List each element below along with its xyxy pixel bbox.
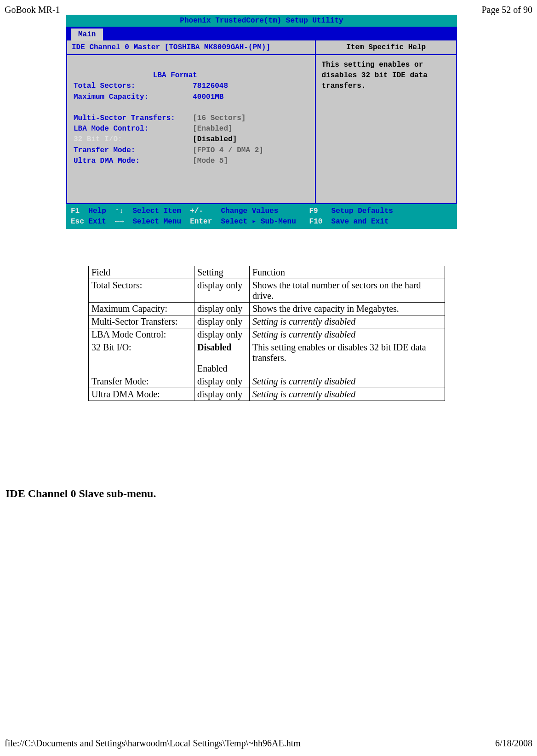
row-32bit: 32 Bit I/O: [Disabled] [74, 134, 237, 145]
bios-screenshot: Phoenix TrustedCore(tm) Setup Utility Ma… [66, 15, 457, 229]
page-header: GoBook MR-1 Page 52 of 90 [5, 5, 532, 15]
bios-title: Phoenix TrustedCore(tm) Setup Utility [66, 15, 457, 27]
table-row: Total Sectors: display only Shows the to… [89, 279, 445, 303]
lba-heading: LBA Format [74, 71, 197, 80]
table-row: Ultra DMA Mode: display only Setting is … [89, 388, 445, 401]
bios-help-title: Item Specific Help [316, 40, 456, 55]
row-lba: LBA Mode Control: [Enabled] [74, 125, 233, 133]
table-row: LBA Mode Control: display only Setting i… [89, 328, 445, 341]
row-transfer: Transfer Mode: [FPIO 4 / DMA 2] [74, 146, 263, 155]
bios-body: LBA Format Total Sectors: 78126048 Maxim… [67, 55, 315, 203]
bios-subheader: IDE Channel 0 Master [TOSHIBA MK8009GAH-… [67, 40, 315, 55]
section-heading: IDE Channel 0 Slave sub-menu. [6, 487, 156, 500]
th-field: Field [89, 266, 194, 279]
page-number: Page 52 of 90 [481, 5, 532, 15]
page-footer: file://C:\Documents and Settings\harwood… [5, 738, 532, 749]
bios-help-body: This setting enables or disables 32 bit … [316, 55, 456, 97]
row-ultra: Ultra DMA Mode: [Mode 5] [74, 157, 228, 165]
th-setting: Setting [194, 266, 250, 279]
row-mst: Multi-Sector Transfers: [16 Sectors] [74, 114, 246, 122]
th-function: Function [250, 266, 445, 279]
bios-content: IDE Channel 0 Master [TOSHIBA MK8009GAH-… [66, 40, 457, 204]
bios-menu-bar: Main [66, 27, 457, 40]
row-max-capacity: Maximum Capacity: 40001MB [74, 93, 223, 101]
doc-title: GoBook MR-1 [5, 5, 60, 15]
field-description-table: Field Setting Function Total Sectors: di… [88, 266, 445, 401]
table-header-row: Field Setting Function [89, 266, 445, 279]
bios-main-panel: IDE Channel 0 Master [TOSHIBA MK8009GAH-… [67, 40, 316, 203]
table-row: 32 Bit I/O: DisabledEnabled This setting… [89, 341, 445, 375]
file-path: file://C:\Documents and Settings\harwood… [5, 738, 301, 749]
bios-tab-main: Main [71, 29, 103, 40]
bios-footer: F1 Help ↑↓ Select Item +/- Change Values… [66, 204, 457, 229]
table-row: Transfer Mode: display only Setting is c… [89, 375, 445, 388]
table-row: Multi-Sector Transfers: display only Set… [89, 315, 445, 328]
table-row: Maximum Capacity: display only Shows the… [89, 303, 445, 315]
bios-help-panel: Item Specific Help This setting enables … [316, 40, 456, 203]
row-total-sectors: Total Sectors: 78126048 [74, 82, 228, 90]
footer-date: 6/18/2008 [495, 738, 532, 749]
